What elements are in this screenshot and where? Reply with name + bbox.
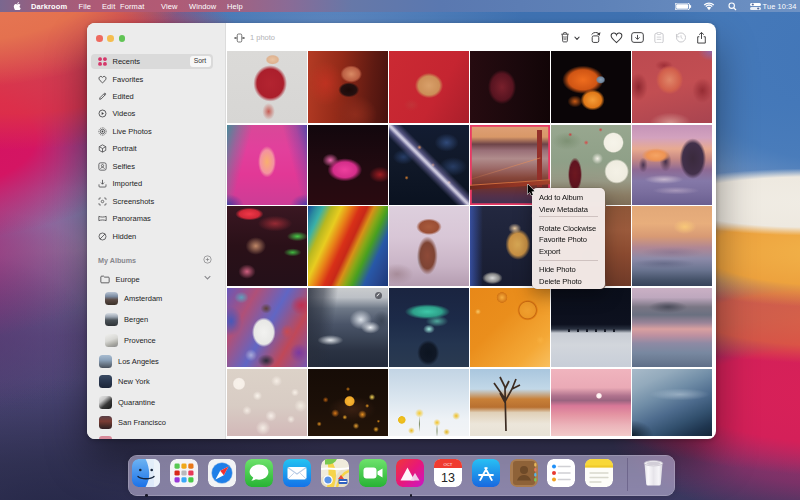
svg-text:13: 13	[441, 470, 455, 484]
svg-text:OCT: OCT	[444, 461, 453, 466]
